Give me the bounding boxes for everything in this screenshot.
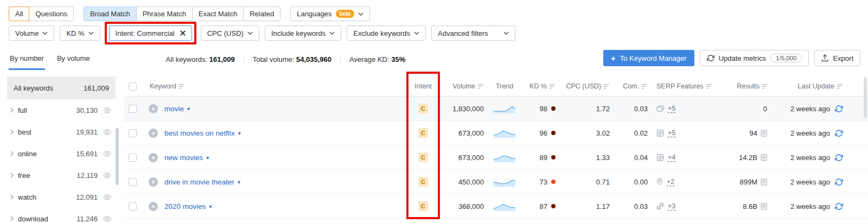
- select-all-checkbox[interactable]: [129, 82, 137, 91]
- column-header-trend[interactable]: Trend: [496, 82, 513, 90]
- serp-preview-icon[interactable]: [761, 203, 767, 210]
- row-checkbox[interactable]: [129, 178, 137, 186]
- row-checkbox[interactable]: [129, 202, 137, 211]
- update-quota-badge: 1/5,000: [770, 54, 802, 62]
- serp-preview-icon[interactable]: [761, 154, 767, 161]
- content: All keywords 161,009 full 30,130 best 19…: [0, 77, 868, 223]
- match-type-tabs: Broad Match Phrase Match Exact Match Rel…: [84, 7, 280, 21]
- average-kd-label: Average KD:: [349, 55, 389, 63]
- keyword-link[interactable]: best movies on netflix▾: [164, 129, 241, 137]
- sort-icon[interactable]: [179, 84, 185, 89]
- serp-features-link[interactable]: +3: [668, 202, 675, 210]
- refresh-icon[interactable]: [835, 178, 843, 186]
- match-type-bar: All Questions Broad Match Phrase Match E…: [0, 0, 868, 21]
- update-metrics-button[interactable]: Update metrics 1/5,000: [700, 50, 809, 66]
- add-keyword-icon[interactable]: +: [149, 202, 158, 211]
- chevron-down-icon: [88, 31, 94, 35]
- row-checkbox[interactable]: [129, 129, 137, 137]
- export-button[interactable]: Export: [814, 50, 860, 66]
- row-checkbox[interactable]: [129, 154, 137, 162]
- refresh-icon[interactable]: [835, 129, 843, 137]
- kd-filter-dropdown[interactable]: KD %: [60, 26, 100, 41]
- add-keyword-icon[interactable]: +: [149, 104, 158, 113]
- column-header-results[interactable]: Results: [737, 82, 760, 90]
- column-header-intent[interactable]: Intent: [414, 82, 431, 90]
- serp-features-link[interactable]: +4: [668, 154, 675, 161]
- close-icon[interactable]: [180, 30, 186, 36]
- tab-all[interactable]: All: [9, 7, 29, 21]
- average-kd-stat: Average KD: 35%: [349, 55, 405, 63]
- serp-preview-icon[interactable]: [761, 130, 767, 137]
- tab-questions[interactable]: Questions: [29, 7, 74, 21]
- keyword-groups-sidebar: All keywords 161,009 full 30,130 best 19…: [7, 77, 116, 223]
- sort-icon[interactable]: [604, 84, 610, 89]
- add-keyword-icon[interactable]: +: [149, 129, 158, 138]
- languages-dropdown[interactable]: Languages beta: [290, 7, 370, 21]
- column-header-volume[interactable]: Volume: [452, 82, 475, 90]
- refresh-icon[interactable]: [835, 202, 843, 211]
- tab-phrase-match[interactable]: Phrase Match: [136, 7, 193, 21]
- eye-icon[interactable]: [103, 194, 111, 200]
- column-header-serp-features[interactable]: SERP Features: [656, 82, 704, 90]
- serp-features-link[interactable]: +2: [667, 178, 674, 186]
- trend-sparkline: [494, 201, 515, 211]
- chevron-right-icon: [10, 107, 14, 113]
- eye-icon[interactable]: [103, 151, 111, 157]
- serp-features-link[interactable]: +5: [668, 105, 675, 112]
- sidebar-item-watch[interactable]: watch 12,091: [7, 186, 116, 208]
- sidebar-item-label: online: [18, 150, 76, 158]
- kd-value: 96: [540, 129, 547, 137]
- keyword-link[interactable]: new movies▾: [164, 154, 209, 162]
- column-header-com[interactable]: Com.: [623, 82, 639, 90]
- sidebar-item-full[interactable]: full 30,130: [7, 99, 116, 121]
- results-value: 94: [750, 129, 757, 137]
- sidebar-item-best[interactable]: best 19,931: [7, 121, 116, 143]
- keyword-magic-tool: All Questions Broad Match Phrase Match E…: [0, 0, 868, 223]
- column-header-kd[interactable]: KD %: [529, 82, 547, 90]
- eye-icon[interactable]: [103, 173, 111, 179]
- eye-icon[interactable]: [103, 107, 111, 113]
- sort-icon[interactable]: [642, 84, 648, 89]
- exclude-keywords-dropdown[interactable]: Exclude keywords: [347, 26, 426, 41]
- tab-by-number[interactable]: By number: [9, 48, 45, 70]
- include-keywords-dropdown[interactable]: Include keywords: [265, 26, 341, 41]
- sort-icon[interactable]: [837, 84, 843, 89]
- keyword-link[interactable]: drive in movie theater▾: [164, 178, 240, 186]
- sort-icon[interactable]: [706, 84, 712, 89]
- eye-icon[interactable]: [103, 216, 111, 222]
- to-keyword-manager-button[interactable]: + To Keyword Manager: [603, 50, 694, 66]
- sidebar-item-all-keywords[interactable]: All keywords 161,009: [7, 77, 116, 99]
- refresh-icon: [707, 54, 714, 62]
- add-keyword-icon[interactable]: +: [149, 153, 158, 162]
- add-keyword-icon[interactable]: +: [149, 177, 158, 187]
- eye-icon[interactable]: [103, 129, 111, 135]
- tab-broad-match[interactable]: Broad Match: [84, 7, 137, 21]
- refresh-icon[interactable]: [835, 154, 843, 162]
- chevron-down-icon: [414, 31, 419, 35]
- refresh-icon[interactable]: [835, 105, 843, 113]
- column-header-keyword[interactable]: Keyword: [150, 82, 176, 90]
- advanced-filters-dropdown[interactable]: Advanced filters: [431, 26, 515, 41]
- column-header-cpc[interactable]: CPC (USD): [566, 82, 601, 90]
- sidebar-scrollbar[interactable]: [116, 128, 119, 185]
- trend-sparkline: [494, 104, 515, 113]
- keyword-link[interactable]: movie▾: [164, 105, 190, 113]
- sidebar-item-download[interactable]: download 11,246: [7, 208, 116, 223]
- intent-filter-chip[interactable]: Intent: Commercial: [109, 26, 192, 41]
- column-header-last-update[interactable]: Last Update: [798, 82, 834, 90]
- sort-icon[interactable]: [762, 84, 768, 89]
- serp-features-link[interactable]: +5: [668, 129, 675, 137]
- cpc-filter-dropdown[interactable]: CPC (USD): [201, 26, 259, 41]
- sidebar-item-free[interactable]: free 12,119: [7, 164, 116, 186]
- sort-icon[interactable]: [478, 84, 484, 89]
- sidebar-item-online[interactable]: online 15,691: [7, 143, 116, 164]
- table-scrollbar[interactable]: [864, 77, 867, 118]
- tab-exact-match[interactable]: Exact Match: [192, 7, 244, 21]
- tab-by-volume[interactable]: By volume: [56, 48, 91, 70]
- sort-icon[interactable]: [550, 84, 556, 89]
- tab-related[interactable]: Related: [243, 7, 280, 21]
- serp-preview-icon[interactable]: [761, 179, 767, 186]
- row-checkbox[interactable]: [129, 105, 137, 113]
- keyword-link[interactable]: 2020 movies▾: [164, 202, 212, 211]
- volume-filter-dropdown[interactable]: Volume: [9, 26, 54, 41]
